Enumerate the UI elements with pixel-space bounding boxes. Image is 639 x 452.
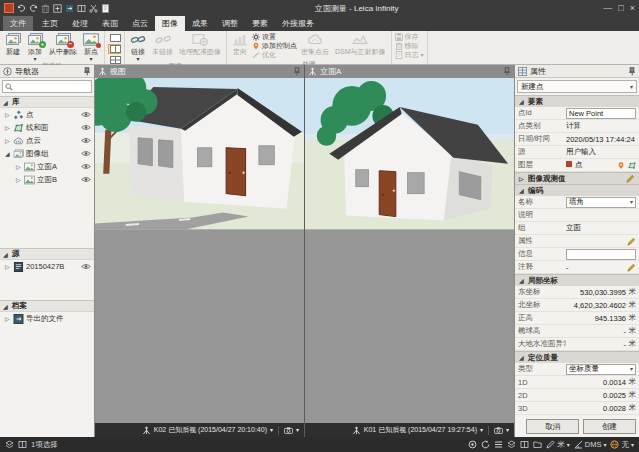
layers-icon[interactable] — [507, 440, 516, 449]
tree-item-lines-surfaces[interactable]: ▷ 线和面 — [0, 121, 94, 134]
visibility-eye-icon[interactable] — [81, 263, 91, 270]
tree-item-point-clouds[interactable]: ▷ 点云 — [0, 134, 94, 147]
tree-item-facade-a[interactable]: ▷ 立面A — [0, 160, 94, 173]
section-position-quality[interactable]: ◢ 定位质量 — [515, 351, 639, 363]
expander-icon[interactable]: ◢ — [5, 150, 11, 157]
georeference-image-button[interactable]: 地理配准图像 — [177, 32, 223, 57]
chevron-down-icon[interactable]: ▾ — [480, 428, 483, 432]
list-icon[interactable] — [494, 440, 503, 449]
view-facade-canvas[interactable] — [305, 78, 514, 423]
tab-file[interactable]: 文件 — [3, 16, 33, 31]
cancel-button[interactable]: 取消 — [526, 419, 579, 434]
layout-quad-button[interactable] — [108, 55, 121, 65]
search-input[interactable] — [15, 82, 89, 91]
section-image-observations[interactable]: ▷ 图像观测值 — [515, 172, 639, 184]
tree-item-source[interactable]: ▷ 20150427B — [0, 260, 94, 273]
expander-icon[interactable]: ◢ — [3, 251, 9, 258]
pin-icon[interactable] — [503, 67, 511, 76]
add-button[interactable]: + 添加 ▾ — [25, 32, 45, 61]
pin-icon[interactable] — [83, 67, 91, 76]
section-element[interactable]: ◢ 要素 — [515, 95, 639, 107]
tree-section-sources[interactable]: ◢ 源 — [0, 248, 94, 260]
close-button[interactable]: × — [630, 3, 635, 13]
property-type-selector[interactable]: 新建点 ▾ — [517, 80, 637, 93]
expander-icon[interactable]: ▷ — [16, 176, 22, 183]
inspector-icon[interactable] — [18, 440, 27, 449]
pin-icon[interactable] — [293, 67, 301, 76]
cut-icon[interactable] — [89, 4, 98, 13]
tree-item-image-groups[interactable]: ◢ 图像组 — [0, 147, 94, 160]
chevron-down-icon[interactable]: ▾ — [270, 428, 273, 432]
optimize-button[interactable]: 优化 — [252, 51, 297, 59]
expander-icon[interactable]: ▷ — [5, 137, 11, 144]
export-icon[interactable] — [65, 4, 74, 13]
setup-selector[interactable]: K02 已知后视 (2015/04/27 20:10:40) — [154, 425, 267, 435]
new-point-button[interactable]: 新点 ▾ — [81, 32, 101, 61]
archive-icon[interactable] — [77, 4, 86, 13]
dense-cloud-button[interactable]: 密集点云 — [299, 32, 331, 57]
maximize-button[interactable]: □ — [618, 3, 623, 13]
pencil-icon[interactable] — [627, 237, 636, 246]
navigator-search[interactable] — [2, 80, 92, 93]
view-facade-header[interactable]: 立面A — [305, 65, 514, 78]
remove-button[interactable]: 移除 — [395, 42, 424, 50]
save-button[interactable]: 保存 — [395, 33, 424, 41]
control-point-pin-icon[interactable] — [617, 161, 625, 170]
chevron-down-icon[interactable]: ▾ — [296, 428, 299, 432]
minimize-button[interactable]: — — [603, 3, 612, 13]
coordinate-system-selector[interactable]: 无 ▾ — [610, 440, 634, 450]
point-id-input[interactable]: New Point — [566, 108, 636, 119]
section-local-coordinates[interactable]: ◢ 局部坐标 — [515, 274, 639, 286]
code-name-dropdown[interactable]: 墙角 ▾ — [566, 197, 636, 208]
visibility-eye-icon[interactable] — [81, 137, 91, 144]
tab-surfaces[interactable]: 表面 — [95, 16, 125, 31]
add-control-point-button[interactable]: 添加控制点 — [252, 42, 297, 50]
tab-adjustments[interactable]: 调整 — [215, 16, 245, 31]
pin-icon[interactable] — [628, 67, 636, 76]
visibility-eye-icon[interactable] — [81, 176, 91, 183]
tab-features[interactable]: 要素 — [245, 16, 275, 31]
report-icon[interactable] — [520, 440, 529, 449]
layout-split-button[interactable] — [108, 44, 121, 54]
dsm-ortho-button[interactable]: DSM与正射影像 — [333, 32, 388, 57]
setup-selector[interactable]: K01 已知后视 (2015/04/27 19:27:54) — [364, 425, 477, 435]
tab-pointclouds[interactable]: 点云 — [125, 16, 155, 31]
expander-icon[interactable]: ◢ — [3, 99, 9, 106]
selection-mode-icon[interactable] — [5, 440, 14, 449]
visibility-eye-icon[interactable] — [81, 124, 91, 131]
add-icon[interactable] — [53, 4, 62, 13]
unit-selector[interactable]: 米 ▾ — [546, 440, 570, 450]
tree-item-points[interactable]: ▷ 点 — [0, 108, 94, 121]
view-3d-canvas[interactable] — [95, 78, 304, 423]
expander-icon[interactable]: ▷ — [5, 315, 11, 322]
tab-processing[interactable]: 处理 — [65, 16, 95, 31]
tab-imaging[interactable]: 图像 — [155, 16, 185, 31]
snap-target-icon[interactable] — [468, 440, 477, 449]
undo-icon[interactable] — [17, 4, 26, 13]
remove-from-button[interactable]: − 从中删除 — [47, 32, 79, 57]
expander-icon[interactable]: ◢ — [3, 303, 9, 310]
report-icon[interactable] — [101, 4, 110, 13]
expander-icon[interactable]: ▷ — [5, 111, 11, 118]
app-logo-icon[interactable] — [4, 3, 14, 13]
folder-icon[interactable] — [533, 440, 542, 449]
delete-icon[interactable] — [41, 4, 50, 13]
view-3d-header[interactable]: 视图 — [95, 65, 304, 78]
log-button[interactable]: 日志 ▾ — [395, 51, 424, 59]
section-coding[interactable]: ◢ 编码 — [515, 184, 639, 196]
tab-external-services[interactable]: 外接服务 — [275, 16, 321, 31]
redo-icon[interactable] — [29, 4, 38, 13]
tree-item-facade-b[interactable]: ▷ 立面B — [0, 173, 94, 186]
quality-type-dropdown[interactable]: 坐标质量 ▾ — [566, 364, 636, 375]
expander-icon[interactable]: ▷ — [5, 124, 11, 131]
tree-section-library[interactable]: ◢ 库 — [0, 96, 94, 108]
camera-icon[interactable] — [494, 426, 503, 435]
pencil-icon[interactable] — [626, 174, 635, 183]
angle-unit-selector[interactable]: DMS ▾ — [574, 440, 607, 449]
settings-button[interactable]: 设置 — [252, 33, 297, 41]
new-button[interactable]: 新建 — [3, 32, 23, 57]
unlink-button[interactable]: 未链接 — [150, 32, 175, 57]
camera-icon[interactable] — [284, 426, 293, 435]
visibility-eye-icon[interactable] — [81, 111, 91, 118]
tree-section-archive[interactable]: ◢ 档案 — [0, 300, 94, 312]
